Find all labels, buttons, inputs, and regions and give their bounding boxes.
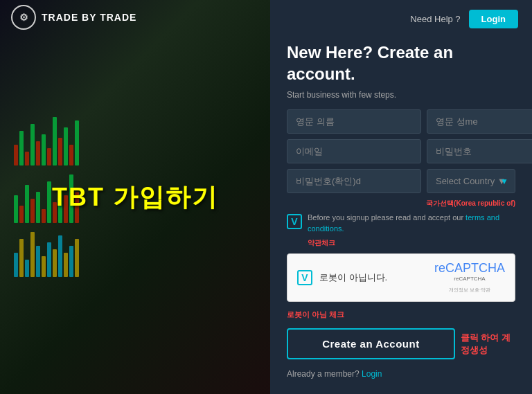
form-title: New Here? Create an account. [287,42,515,84]
password-input[interactable] [427,139,532,163]
login-link[interactable]: Login [362,369,382,379]
top-nav: Need Help ? Login [410,10,518,28]
captcha-right: reCAPTCHA reCAPTCHA 개인정보 보호·약관 [434,261,505,294]
terms-checkbox[interactable]: V [287,214,302,229]
recaptcha-brand: reCAPTCHA [434,276,505,282]
last-name-input[interactable] [427,109,532,134]
logo-area: ⚙ TRADE BY TRADE [11,5,136,30]
click-annotation-text: 클릭 하여 계정생성 [461,332,515,357]
email-input[interactable] [287,139,421,163]
create-btn-row: Create an Account 클릭 하여 계정생성 [287,323,515,365]
captcha-left: V 로봇이 아닙니다. [297,270,387,285]
already-member-text: Already a member? [287,369,360,379]
email-password-row [287,139,515,163]
terms-text: Before you signup please read and accept… [308,213,515,234]
logo-text: TRADE BY TRADE [42,12,136,23]
captcha-area: V 로봇이 아닙니다. reCAPTCHA reCAPTCHA 개인정보 보호·… [287,253,515,302]
country-select-wrapper: Select Country ▼ Korea Republic of Unite… [427,169,515,193]
country-select[interactable]: Select Country ▼ Korea Republic of Unite… [427,169,515,193]
country-annotation-text: 국가선택(Korea republic of) [426,199,515,208]
already-member-row: Already a member? Login [287,369,515,379]
captcha-checkbox[interactable]: V [297,270,312,285]
confirm-country-row: Select Country ▼ Korea Republic of Unite… [287,169,515,193]
terms-annotation: 약관체크 [308,238,515,248]
country-annotation-row: 국가선택(Korea republic of) [287,199,515,208]
form-heading: New Here? Create an account. [287,42,515,84]
name-row [287,109,515,134]
terms-before-text: Before you signup please read and accept… [308,213,463,222]
robot-annotation-row: 로봇이 아님 체크 [287,307,515,320]
left-panel: TBT 가입하기 ⚙ TRADE BY TRADE [0,0,270,394]
tbt-overlay: TBT 가입하기 [52,180,218,214]
terms-row: V Before you signup please read and acce… [287,213,515,234]
recaptcha-privacy: 개인정보 보호·약관 [449,287,490,292]
first-name-input[interactable] [287,109,421,134]
recaptcha-logo-icon: reCAPTCHA [434,261,505,275]
create-account-button[interactable]: Create an Account [287,328,455,359]
right-panel: Need Help ? Login New Here? Create an ac… [270,0,532,394]
need-help-text: Need Help ? [410,14,460,24]
confirm-password-input[interactable] [287,169,421,193]
robot-annotation-text: 로봇이 아님 체크 [287,310,344,319]
tbt-label: TBT 가입하기 [52,180,218,214]
logo-icon: ⚙ [11,5,36,30]
login-button[interactable]: Login [469,10,518,28]
form-subtext: Start business with few steps. [287,90,515,100]
header-left: ⚙ TRADE BY TRADE [0,0,270,35]
captcha-label: 로봇이 아닙니다. [319,271,387,284]
